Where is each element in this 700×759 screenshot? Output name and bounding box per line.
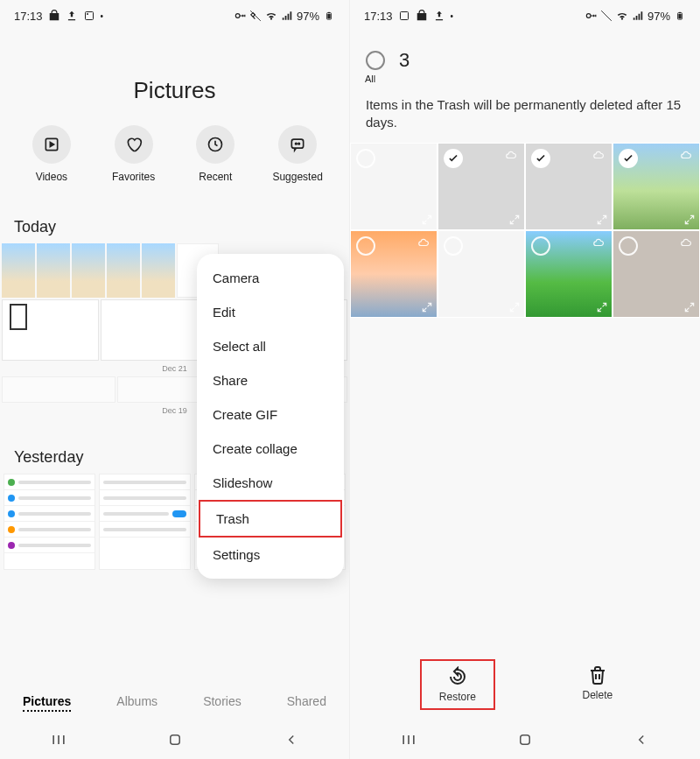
trash-item[interactable] — [525, 143, 612, 230]
select-circle[interactable] — [619, 236, 638, 256]
action-bar: Restore Delete — [350, 649, 700, 720]
cloud-icon — [678, 149, 694, 161]
heart-icon — [125, 136, 143, 153]
wifi-icon — [265, 10, 277, 22]
battery-percent: 97% — [648, 10, 670, 23]
play-icon — [43, 136, 60, 153]
restore-button[interactable]: Restore — [420, 659, 495, 710]
expand-icon — [596, 214, 608, 226]
trash-header: 3 — [350, 32, 700, 75]
checkmark-icon[interactable] — [619, 149, 638, 168]
nav-back-icon[interactable] — [632, 730, 651, 749]
select-all-checkbox[interactable] — [366, 51, 385, 70]
phone-right-trash: 17:13 • 97% 3 All Items in the Trash — [350, 0, 700, 759]
tab-shared[interactable]: Shared — [287, 694, 326, 712]
checkmark-icon[interactable] — [531, 149, 550, 168]
cloud-icon — [591, 149, 606, 161]
quick-label: Suggested — [272, 171, 322, 183]
svg-point-10 — [298, 143, 300, 144]
page-title: Pictures — [0, 77, 349, 104]
battery-icon — [674, 10, 686, 22]
menu-slideshow[interactable]: Slideshow — [197, 466, 344, 500]
tab-albums[interactable]: Albums — [116, 694, 158, 712]
quick-label: Recent — [199, 171, 232, 183]
svg-rect-11 — [170, 735, 179, 745]
nav-bar — [350, 720, 700, 759]
trash-item[interactable] — [612, 230, 700, 318]
select-circle[interactable] — [356, 236, 375, 256]
delete-button[interactable]: Delete — [564, 659, 630, 710]
status-time: 17:13 — [14, 10, 43, 23]
nav-recents-icon[interactable] — [399, 730, 418, 749]
trash-grid — [350, 143, 700, 318]
expand-icon — [683, 214, 696, 226]
svg-rect-16 — [678, 14, 681, 18]
menu-edit[interactable]: Edit — [197, 295, 344, 329]
menu-settings[interactable]: Settings — [197, 538, 344, 572]
trash-item[interactable] — [438, 143, 525, 230]
status-dot: • — [101, 11, 104, 21]
cloud-icon — [503, 149, 519, 161]
clock-icon — [206, 136, 224, 153]
trash-item[interactable] — [350, 230, 438, 318]
action-label: Restore — [439, 691, 476, 703]
svg-rect-0 — [85, 12, 93, 20]
svg-rect-4 — [328, 12, 331, 13]
overflow-menu: Camera Edit Select all Share Create GIF … — [197, 254, 344, 579]
nav-back-icon[interactable] — [282, 730, 301, 749]
image-icon — [83, 10, 95, 22]
svg-point-9 — [296, 143, 298, 144]
svg-point-2 — [235, 14, 240, 18]
menu-create-collage[interactable]: Create collage — [197, 432, 344, 466]
trash-icon — [587, 664, 608, 685]
trash-item[interactable] — [438, 230, 525, 318]
menu-trash[interactable]: Trash — [199, 500, 342, 538]
select-circle[interactable] — [531, 236, 550, 256]
bottom-tabs: Pictures Albums Stories Shared — [0, 685, 349, 720]
battery-percent: 97% — [297, 10, 319, 23]
image-icon — [398, 10, 410, 22]
shopping-icon — [48, 10, 60, 22]
vibrate-icon — [600, 10, 612, 22]
nav-home-icon[interactable] — [515, 730, 535, 749]
section-today: Today — [0, 218, 349, 236]
expand-icon — [683, 301, 696, 313]
chat-icon — [289, 136, 306, 153]
checkmark-icon[interactable] — [444, 149, 463, 168]
trash-item[interactable] — [525, 230, 612, 318]
quick-videos[interactable]: Videos — [17, 125, 87, 183]
select-circle[interactable] — [356, 149, 375, 168]
upload-icon — [433, 10, 445, 22]
cloud-icon — [591, 236, 606, 249]
restore-icon — [447, 666, 468, 687]
signal-icon — [281, 10, 293, 22]
menu-share[interactable]: Share — [197, 363, 344, 397]
quick-label: Videos — [36, 171, 67, 183]
expand-icon — [421, 214, 433, 226]
vpn-icon — [234, 10, 246, 22]
upload-icon — [66, 10, 78, 22]
expand-icon — [508, 301, 521, 313]
quick-suggested[interactable]: Suggested — [262, 125, 332, 183]
select-circle[interactable] — [444, 236, 463, 256]
tab-pictures[interactable]: Pictures — [23, 694, 71, 712]
svg-rect-17 — [521, 735, 530, 745]
svg-rect-15 — [679, 12, 682, 13]
trash-item[interactable] — [612, 143, 700, 230]
tab-stories[interactable]: Stories — [203, 694, 242, 712]
selection-count: 3 — [399, 49, 410, 72]
quick-access-row: Videos Favorites Recent Suggested — [0, 125, 349, 183]
expand-icon — [596, 301, 608, 313]
nav-home-icon[interactable] — [165, 730, 185, 749]
trash-notice: Items in the Trash will be permanently d… — [350, 84, 700, 143]
menu-create-gif[interactable]: Create GIF — [197, 397, 344, 432]
cloud-icon — [416, 236, 431, 249]
svg-point-1 — [87, 13, 88, 15]
menu-camera[interactable]: Camera — [197, 261, 344, 295]
trash-item[interactable] — [350, 143, 438, 230]
nav-recents-icon[interactable] — [49, 730, 68, 749]
status-dot: • — [451, 11, 454, 21]
menu-select-all[interactable]: Select all — [197, 329, 344, 363]
quick-recent[interactable]: Recent — [180, 125, 250, 183]
quick-favorites[interactable]: Favorites — [99, 125, 169, 183]
